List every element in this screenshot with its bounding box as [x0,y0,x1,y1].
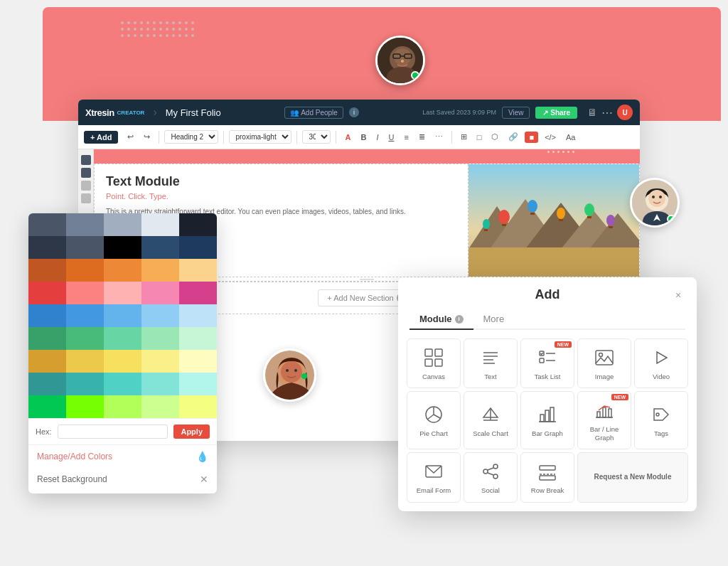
share-button[interactable]: ↗ Share [535,107,577,119]
color-cell-7[interactable] [104,236,141,259]
align-button[interactable]: ≡ [400,131,412,144]
color-cell-36[interactable] [66,373,104,395]
sidebar-icon-3[interactable] [81,181,91,191]
color-cell-33[interactable] [141,350,179,373]
redo-button[interactable]: ↪ [140,130,154,144]
color-cell-44[interactable] [179,395,217,418]
color-cell-29[interactable] [179,327,217,350]
add-people-button[interactable]: 👥 Add People [284,107,343,119]
code-button[interactable]: </> [541,131,560,144]
color-cell-5[interactable] [28,236,66,259]
color-cell-0[interactable] [28,213,66,236]
tab-more[interactable]: More [473,309,515,330]
color-cell-43[interactable] [141,395,179,418]
underline-button[interactable]: U [385,131,397,144]
color-cell-42[interactable] [104,395,141,418]
more-options-icon[interactable]: ⋯ [601,106,613,119]
highlight-button[interactable]: ■ [525,132,538,143]
color-cell-28[interactable] [141,327,179,350]
module-bargraph[interactable]: Bar Graph [520,391,574,449]
module-video[interactable]: Video [634,338,688,388]
document-title[interactable]: My First Folio [166,107,221,118]
monitor-icon[interactable]: 🖥 [587,107,597,118]
color-cell-18[interactable] [141,282,179,304]
color-cell-6[interactable] [66,236,104,259]
module-social[interactable]: Social [464,452,518,502]
color-cell-10[interactable] [28,259,66,282]
color-cell-38[interactable] [141,373,179,395]
shape-button[interactable]: □ [473,131,486,144]
color-cell-26[interactable] [66,327,104,350]
color-cell-41[interactable] [66,395,104,418]
reset-background-label[interactable]: Reset Background [37,474,107,484]
text-aa-button[interactable]: Aa [562,131,579,144]
color-cell-24[interactable] [179,304,217,327]
image-module[interactable] [469,164,639,277]
color-cell-4[interactable] [179,213,217,236]
reset-close-icon[interactable]: ✕ [200,474,208,485]
color-cell-22[interactable] [104,304,141,327]
italic-button[interactable]: I [373,131,382,144]
font-select[interactable]: proxima-light [229,130,291,144]
manage-colors-label[interactable]: Manage/Add Colors [37,452,112,461]
color-cell-37[interactable] [104,373,141,395]
color-cell-8[interactable] [141,236,179,259]
embed-button[interactable]: ⬡ [488,130,502,144]
color-cell-12[interactable] [104,259,141,282]
color-cell-34[interactable] [179,350,217,373]
tab-module[interactable]: Module i [410,309,473,330]
color-cell-23[interactable] [141,304,179,327]
module-tab-info-icon[interactable]: i [455,315,464,324]
user-avatar[interactable]: U [617,105,633,120]
color-cell-32[interactable] [104,350,141,373]
heading-select[interactable]: Heading 2 [164,130,218,144]
module-text[interactable]: Text [464,338,518,388]
apply-color-button[interactable]: Apply [173,424,210,439]
undo-button[interactable]: ↩ [124,130,137,144]
module-linegraph[interactable]: NEW Bar / Line Graph [577,391,631,449]
view-button[interactable]: View [502,107,530,119]
list-button[interactable]: ≣ [415,130,429,144]
module-image[interactable]: Image [577,338,631,388]
color-cell-40[interactable] [28,395,66,418]
color-cell-16[interactable] [66,282,104,304]
color-cell-15[interactable] [28,282,66,304]
module-rowbreak[interactable]: Row Break [520,452,574,502]
color-cell-13[interactable] [141,259,179,282]
table-button[interactable]: ⊞ [457,130,471,144]
sidebar-icon-4[interactable] [81,193,91,203]
color-cell-1[interactable] [66,213,104,236]
module-piechart[interactable]: Pie Chart [407,391,461,449]
color-cell-31[interactable] [66,350,104,373]
module-request[interactable]: Request a New Module [577,452,688,502]
color-cell-2[interactable] [104,213,141,236]
color-cell-14[interactable] [179,259,217,282]
add-panel-close-button[interactable]: × [671,288,685,302]
color-cell-39[interactable] [179,373,217,395]
color-cell-11[interactable] [66,259,104,282]
module-scalechart[interactable]: Scale Chart [464,391,518,449]
color-cell-17[interactable] [104,282,141,304]
color-cell-21[interactable] [66,304,104,327]
color-cell-25[interactable] [28,327,66,350]
bold-button[interactable]: B [357,131,370,144]
sidebar-icon-1[interactable] [81,155,91,165]
more-format-button[interactable]: ⋯ [432,130,446,144]
droplet-icon[interactable]: 💧 [196,451,208,462]
hex-input[interactable] [58,424,168,439]
font-color-button[interactable]: A [341,131,354,144]
info-icon[interactable]: i [349,107,359,117]
font-size-select[interactable]: 30 [302,130,331,144]
module-tags[interactable]: Tags [634,391,688,449]
module-canvas[interactable]: Canvas [407,338,461,388]
module-tasklist[interactable]: NEW Task List [520,338,574,388]
sidebar-icon-2[interactable] [81,168,91,178]
color-cell-19[interactable] [179,282,217,304]
color-cell-27[interactable] [104,327,141,350]
color-cell-3[interactable] [141,213,179,236]
add-content-button[interactable]: + Add [84,131,118,144]
color-cell-9[interactable] [179,236,217,259]
link-button[interactable]: 🔗 [505,130,522,144]
color-cell-20[interactable] [28,304,66,327]
color-cell-35[interactable] [28,373,66,395]
